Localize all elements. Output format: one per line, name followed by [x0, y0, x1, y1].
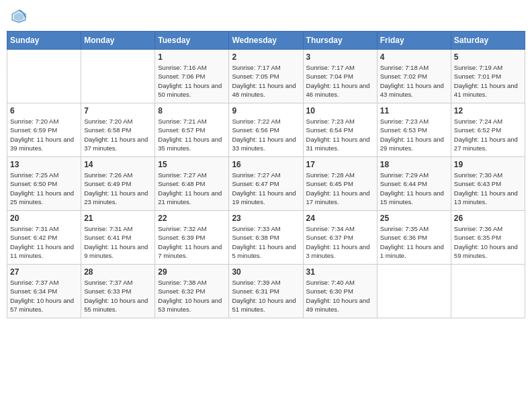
calendar-cell: [377, 265, 451, 318]
day-number: 27: [10, 267, 78, 277]
day-number: 16: [232, 160, 300, 169]
calendar-cell: 2Sunrise: 7:17 AM Sunset: 7:05 PM Daylig…: [229, 50, 303, 103]
calendar-cell: 1Sunrise: 7:16 AM Sunset: 7:06 PM Daylig…: [155, 50, 229, 103]
day-number: 17: [306, 160, 374, 169]
day-number: 22: [158, 214, 226, 223]
day-info: Sunrise: 7:21 AM Sunset: 6:57 PM Dayligh…: [158, 117, 226, 152]
day-info: Sunrise: 7:20 AM Sunset: 6:58 PM Dayligh…: [84, 117, 152, 152]
day-number: 30: [232, 267, 300, 277]
calendar-cell: 25Sunrise: 7:35 AM Sunset: 6:36 PM Dayli…: [377, 211, 451, 265]
calendar-cell: 13Sunrise: 7:25 AM Sunset: 6:50 PM Dayli…: [7, 157, 81, 211]
calendar-cell: 20Sunrise: 7:31 AM Sunset: 6:42 PM Dayli…: [7, 211, 81, 265]
day-number: 31: [306, 267, 374, 277]
calendar-cell: 8Sunrise: 7:21 AM Sunset: 6:57 PM Daylig…: [155, 103, 229, 157]
day-number: 23: [232, 214, 300, 223]
day-of-week-header: Saturday: [451, 32, 525, 50]
day-info: Sunrise: 7:25 AM Sunset: 6:50 PM Dayligh…: [10, 171, 78, 206]
day-info: Sunrise: 7:30 AM Sunset: 6:43 PM Dayligh…: [454, 171, 522, 206]
calendar-cell: 21Sunrise: 7:31 AM Sunset: 6:41 PM Dayli…: [81, 211, 155, 265]
calendar-cell: 18Sunrise: 7:29 AM Sunset: 6:44 PM Dayli…: [377, 157, 451, 211]
day-info: Sunrise: 7:16 AM Sunset: 7:06 PM Dayligh…: [158, 63, 226, 99]
day-info: Sunrise: 7:24 AM Sunset: 6:52 PM Dayligh…: [454, 117, 522, 152]
day-number: 15: [158, 160, 226, 169]
day-number: 1: [158, 52, 226, 62]
calendar-cell: 15Sunrise: 7:27 AM Sunset: 6:48 PM Dayli…: [155, 157, 229, 211]
calendar-cell: 22Sunrise: 7:32 AM Sunset: 6:39 PM Dayli…: [155, 211, 229, 265]
day-info: Sunrise: 7:17 AM Sunset: 7:05 PM Dayligh…: [232, 63, 300, 99]
day-info: Sunrise: 7:38 AM Sunset: 6:32 PM Dayligh…: [158, 278, 226, 314]
day-info: Sunrise: 7:28 AM Sunset: 6:45 PM Dayligh…: [306, 171, 374, 206]
calendar-cell: 24Sunrise: 7:34 AM Sunset: 6:37 PM Dayli…: [303, 211, 377, 265]
calendar-header-row: SundayMondayTuesdayWednesdayThursdayFrid…: [7, 32, 525, 50]
day-number: 8: [158, 106, 226, 116]
day-info: Sunrise: 7:31 AM Sunset: 6:42 PM Dayligh…: [10, 224, 78, 260]
calendar-cell: 12Sunrise: 7:24 AM Sunset: 6:52 PM Dayli…: [451, 103, 525, 157]
day-info: Sunrise: 7:22 AM Sunset: 6:56 PM Dayligh…: [232, 117, 300, 152]
day-info: Sunrise: 7:19 AM Sunset: 7:01 PM Dayligh…: [454, 63, 522, 99]
day-info: Sunrise: 7:20 AM Sunset: 6:59 PM Dayligh…: [10, 117, 78, 152]
day-info: Sunrise: 7:34 AM Sunset: 6:37 PM Dayligh…: [306, 224, 374, 260]
calendar-table: SundayMondayTuesdayWednesdayThursdayFrid…: [7, 31, 525, 318]
day-info: Sunrise: 7:31 AM Sunset: 6:41 PM Dayligh…: [84, 224, 152, 260]
day-number: 12: [454, 106, 522, 116]
day-of-week-header: Monday: [81, 32, 155, 50]
calendar-cell: 9Sunrise: 7:22 AM Sunset: 6:56 PM Daylig…: [229, 103, 303, 157]
calendar-cell: 17Sunrise: 7:28 AM Sunset: 6:45 PM Dayli…: [303, 157, 377, 211]
day-info: Sunrise: 7:27 AM Sunset: 6:47 PM Dayligh…: [232, 171, 300, 206]
calendar-cell: 28Sunrise: 7:37 AM Sunset: 6:33 PM Dayli…: [81, 265, 155, 318]
day-info: Sunrise: 7:39 AM Sunset: 6:31 PM Dayligh…: [232, 278, 300, 314]
calendar-week-row: 20Sunrise: 7:31 AM Sunset: 6:42 PM Dayli…: [7, 211, 525, 265]
day-number: 18: [380, 160, 448, 169]
day-number: 26: [454, 214, 522, 223]
logo-icon: [9, 7, 28, 26]
day-number: 7: [84, 106, 152, 116]
calendar-cell: 29Sunrise: 7:38 AM Sunset: 6:32 PM Dayli…: [155, 265, 229, 318]
day-number: 21: [84, 214, 152, 223]
day-info: Sunrise: 7:29 AM Sunset: 6:44 PM Dayligh…: [380, 171, 448, 206]
day-info: Sunrise: 7:35 AM Sunset: 6:36 PM Dayligh…: [380, 224, 448, 260]
day-number: 2: [232, 52, 300, 62]
calendar-cell: 31Sunrise: 7:40 AM Sunset: 6:30 PM Dayli…: [303, 265, 377, 318]
calendar-cell: [451, 265, 525, 318]
day-info: Sunrise: 7:37 AM Sunset: 6:34 PM Dayligh…: [10, 278, 78, 314]
day-of-week-header: Sunday: [7, 32, 81, 50]
calendar-week-row: 27Sunrise: 7:37 AM Sunset: 6:34 PM Dayli…: [7, 265, 525, 318]
calendar-cell: [81, 50, 155, 103]
calendar-week-row: 6Sunrise: 7:20 AM Sunset: 6:59 PM Daylig…: [7, 103, 525, 157]
day-number: 20: [10, 214, 78, 223]
day-info: Sunrise: 7:23 AM Sunset: 6:53 PM Dayligh…: [380, 117, 448, 152]
day-number: 10: [306, 106, 374, 116]
calendar-cell: 10Sunrise: 7:23 AM Sunset: 6:54 PM Dayli…: [303, 103, 377, 157]
calendar-cell: 14Sunrise: 7:26 AM Sunset: 6:49 PM Dayli…: [81, 157, 155, 211]
calendar-cell: 7Sunrise: 7:20 AM Sunset: 6:58 PM Daylig…: [81, 103, 155, 157]
day-info: Sunrise: 7:27 AM Sunset: 6:48 PM Dayligh…: [158, 171, 226, 206]
day-number: 11: [380, 106, 448, 116]
day-number: 6: [10, 106, 78, 116]
day-info: Sunrise: 7:32 AM Sunset: 6:39 PM Dayligh…: [158, 224, 226, 260]
day-number: 25: [380, 214, 448, 223]
calendar-cell: 30Sunrise: 7:39 AM Sunset: 6:31 PM Dayli…: [229, 265, 303, 318]
calendar-cell: 3Sunrise: 7:17 AM Sunset: 7:04 PM Daylig…: [303, 50, 377, 103]
calendar-cell: 23Sunrise: 7:33 AM Sunset: 6:38 PM Dayli…: [229, 211, 303, 265]
calendar-week-row: 1Sunrise: 7:16 AM Sunset: 7:06 PM Daylig…: [7, 50, 525, 103]
calendar-cell: [7, 50, 81, 103]
day-number: 13: [10, 160, 78, 169]
day-number: 19: [454, 160, 522, 169]
day-info: Sunrise: 7:36 AM Sunset: 6:35 PM Dayligh…: [454, 224, 522, 260]
day-number: 3: [306, 52, 374, 62]
day-number: 5: [454, 52, 522, 62]
day-info: Sunrise: 7:18 AM Sunset: 7:02 PM Dayligh…: [380, 63, 448, 99]
day-number: 14: [84, 160, 152, 169]
day-number: 9: [232, 106, 300, 116]
day-info: Sunrise: 7:17 AM Sunset: 7:04 PM Dayligh…: [306, 63, 374, 99]
calendar-cell: 5Sunrise: 7:19 AM Sunset: 7:01 PM Daylig…: [451, 50, 525, 103]
calendar-cell: 6Sunrise: 7:20 AM Sunset: 6:59 PM Daylig…: [7, 103, 81, 157]
day-info: Sunrise: 7:37 AM Sunset: 6:33 PM Dayligh…: [84, 278, 152, 314]
calendar-cell: 19Sunrise: 7:30 AM Sunset: 6:43 PM Dayli…: [451, 157, 525, 211]
calendar-cell: 4Sunrise: 7:18 AM Sunset: 7:02 PM Daylig…: [377, 50, 451, 103]
calendar-cell: 26Sunrise: 7:36 AM Sunset: 6:35 PM Dayli…: [451, 211, 525, 265]
day-of-week-header: Wednesday: [229, 32, 303, 50]
day-number: 4: [380, 52, 448, 62]
day-of-week-header: Friday: [377, 32, 451, 50]
calendar-cell: 16Sunrise: 7:27 AM Sunset: 6:47 PM Dayli…: [229, 157, 303, 211]
